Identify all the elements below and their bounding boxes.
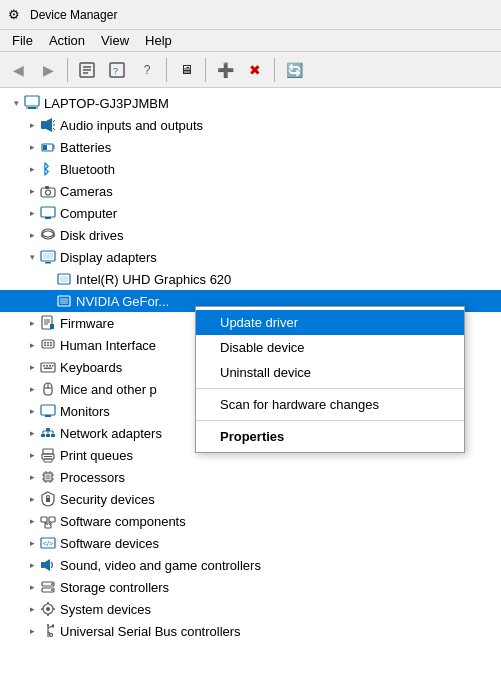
ctx-properties[interactable]: Properties	[196, 424, 464, 449]
processors-toggle[interactable]	[24, 469, 40, 485]
tree-item-processors[interactable]: Processors	[0, 466, 501, 488]
svg-rect-19	[41, 188, 55, 197]
ctx-sep-2	[196, 420, 464, 421]
forward-button[interactable]: ▶	[34, 56, 62, 84]
tree-item-computer[interactable]: Computer	[0, 202, 501, 224]
intel-gpu-icon	[56, 271, 72, 287]
tree-item-sound[interactable]: Sound, video and game controllers	[0, 554, 501, 576]
ctx-scan-hardware[interactable]: Scan for hardware changes	[196, 392, 464, 417]
network-icon	[40, 425, 56, 441]
nvidia-gpu-label: NVIDIA GeFor...	[76, 294, 169, 309]
hid-icon	[40, 337, 56, 353]
computer-label: Computer	[60, 206, 117, 221]
tree-item-cameras[interactable]: Cameras	[0, 180, 501, 202]
add-button[interactable]: ➕	[211, 56, 239, 84]
ctx-uninstall-device[interactable]: Uninstall device	[196, 360, 464, 385]
tree-item-software-devices[interactable]: </> Software devices	[0, 532, 501, 554]
properties-button[interactable]	[73, 56, 101, 84]
svg-point-95	[51, 583, 53, 585]
software-devices-toggle[interactable]	[24, 535, 40, 551]
tree-item-batteries[interactable]: Batteries	[0, 136, 501, 158]
sound-toggle[interactable]	[24, 557, 40, 573]
computer-icon	[40, 205, 56, 221]
tree-item-storage[interactable]: Storage controllers	[0, 576, 501, 598]
menu-help[interactable]: Help	[137, 31, 180, 50]
tree-item-bluetooth[interactable]: ᛒ Bluetooth	[0, 158, 501, 180]
uninstall-button[interactable]: ✖	[241, 56, 269, 84]
network-toggle[interactable]	[24, 425, 40, 441]
svg-line-11	[53, 120, 55, 122]
menu-file[interactable]: File	[4, 31, 41, 50]
disk-label: Disk drives	[60, 228, 124, 243]
keyboards-toggle[interactable]	[24, 359, 40, 375]
svg-rect-47	[50, 345, 52, 347]
computer-toggle[interactable]	[24, 205, 40, 221]
system-toggle[interactable]	[24, 601, 40, 617]
bluetooth-toggle[interactable]	[24, 161, 40, 177]
system-icon	[40, 601, 56, 617]
svg-rect-51	[49, 365, 51, 367]
svg-marker-10	[46, 118, 52, 132]
hid-toggle[interactable]	[24, 337, 40, 353]
menu-action[interactable]: Action	[41, 31, 93, 50]
tree-item-usb[interactable]: Universal Serial Bus controllers	[0, 620, 501, 642]
keyboards-icon	[40, 359, 56, 375]
software-devices-icon: </>	[40, 535, 56, 551]
display-toggle[interactable]	[24, 249, 40, 265]
tree-item-software-components[interactable]: Software components	[0, 510, 501, 532]
software-components-toggle[interactable]	[24, 513, 40, 529]
monitor-button[interactable]: 🖥	[172, 56, 200, 84]
disk-toggle[interactable]	[24, 227, 40, 243]
tree-item-system[interactable]: System devices	[0, 598, 501, 620]
app-icon: ⚙	[8, 7, 24, 23]
monitors-toggle[interactable]	[24, 403, 40, 419]
back-button[interactable]: ◀	[4, 56, 32, 84]
svg-rect-66	[46, 428, 50, 431]
system-label: System devices	[60, 602, 151, 617]
bluetooth-label: Bluetooth	[60, 162, 115, 177]
svg-point-98	[46, 607, 50, 611]
cameras-toggle[interactable]	[24, 183, 40, 199]
firmware-icon	[40, 315, 56, 331]
tree-root[interactable]: LAPTOP-GJ3PJMBM	[0, 92, 501, 114]
tree-item-security[interactable]: Security devices	[0, 488, 501, 510]
keyboards-label: Keyboards	[60, 360, 122, 375]
batteries-toggle[interactable]	[24, 139, 40, 155]
tree-item-audio[interactable]: Audio inputs and outputs	[0, 114, 501, 136]
mice-icon	[40, 381, 56, 397]
menu-bar: File Action View Help	[0, 30, 501, 52]
root-toggle[interactable]	[8, 95, 24, 111]
ctx-disable-device[interactable]: Disable device	[196, 335, 464, 360]
print-label: Print queues	[60, 448, 133, 463]
firmware-toggle[interactable]	[24, 315, 40, 331]
svg-rect-41	[42, 340, 54, 348]
title-bar: ⚙ Device Manager	[0, 0, 501, 30]
svg-point-107	[50, 634, 53, 637]
svg-rect-91	[41, 562, 45, 568]
svg-rect-105	[52, 625, 54, 628]
ctx-update-driver[interactable]: Update driver	[196, 310, 464, 335]
context-menu: Update driver Disable device Uninstall d…	[195, 306, 465, 453]
print-toggle[interactable]	[24, 447, 40, 463]
monitors-icon	[40, 403, 56, 419]
svg-rect-33	[60, 276, 68, 282]
usb-toggle[interactable]	[24, 623, 40, 639]
svg-text:?: ?	[113, 66, 118, 76]
audio-toggle[interactable]	[24, 117, 40, 133]
tree-item-disk[interactable]: Disk drives	[0, 224, 501, 246]
mice-toggle[interactable]	[24, 381, 40, 397]
menu-view[interactable]: View	[93, 31, 137, 50]
software-devices-label: Software devices	[60, 536, 159, 551]
tree-item-intel-gpu[interactable]: Intel(R) UHD Graphics 620	[0, 268, 501, 290]
cameras-icon	[40, 183, 56, 199]
storage-toggle[interactable]	[24, 579, 40, 595]
update-driver-button[interactable]: ?	[103, 56, 131, 84]
svg-rect-42	[44, 342, 46, 344]
display-icon	[40, 249, 56, 265]
svg-point-26	[42, 229, 54, 237]
tree-item-display[interactable]: Display adapters	[0, 246, 501, 268]
help-button[interactable]: ?	[133, 56, 161, 84]
security-toggle[interactable]	[24, 491, 40, 507]
svg-rect-52	[52, 365, 54, 367]
scan-button[interactable]: 🔄	[280, 56, 308, 84]
